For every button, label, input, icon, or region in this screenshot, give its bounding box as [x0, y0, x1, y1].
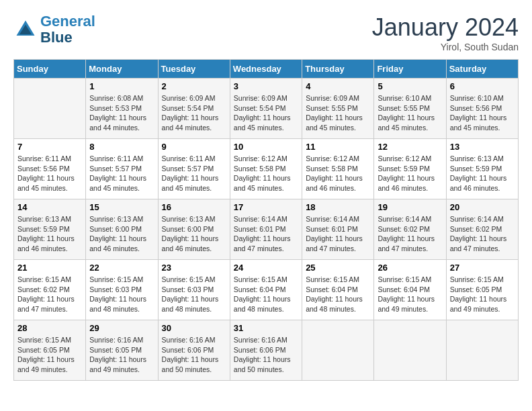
- day-info: Sunrise: 6:11 AMSunset: 5:57 PMDaylight:…: [89, 154, 154, 193]
- calendar-cell: 30Sunrise: 6:16 AMSunset: 6:06 PMDayligh…: [158, 320, 230, 381]
- day-info: Sunrise: 6:15 AMSunset: 6:05 PMDaylight:…: [450, 275, 515, 314]
- day-number: 2: [162, 81, 226, 91]
- day-info: Sunrise: 6:15 AMSunset: 6:04 PMDaylight:…: [306, 275, 370, 314]
- day-info: Sunrise: 6:10 AMSunset: 5:55 PMDaylight:…: [378, 93, 442, 133]
- calendar-cell: [302, 320, 374, 381]
- location-subtitle: Yirol, South Sudan: [372, 42, 519, 52]
- day-number: 24: [234, 263, 298, 273]
- calendar-cell: 4Sunrise: 6:09 AMSunset: 5:55 PMDaylight…: [302, 79, 374, 139]
- calendar-cell: 21Sunrise: 6:15 AMSunset: 6:02 PMDayligh…: [14, 260, 86, 320]
- calendar-cell: 17Sunrise: 6:14 AMSunset: 6:01 PMDayligh…: [230, 199, 302, 260]
- month-title: January 2024: [372, 13, 519, 42]
- day-number: 6: [450, 81, 515, 91]
- day-number: 18: [306, 202, 370, 212]
- calendar-cell: 29Sunrise: 6:16 AMSunset: 6:05 PMDayligh…: [86, 320, 158, 381]
- calendar-cell: 23Sunrise: 6:15 AMSunset: 6:03 PMDayligh…: [158, 260, 230, 320]
- day-info: Sunrise: 6:16 AMSunset: 6:06 PMDaylight:…: [162, 335, 226, 375]
- day-info: Sunrise: 6:16 AMSunset: 6:05 PMDaylight:…: [89, 335, 154, 375]
- day-info: Sunrise: 6:13 AMSunset: 6:00 PMDaylight:…: [162, 214, 226, 254]
- calendar-table: SundayMondayTuesdayWednesdayThursdayFrid…: [13, 59, 519, 381]
- day-info: Sunrise: 6:11 AMSunset: 5:56 PMDaylight:…: [17, 154, 82, 193]
- calendar-cell: 14Sunrise: 6:13 AMSunset: 5:59 PMDayligh…: [14, 199, 86, 260]
- calendar-week-3: 14Sunrise: 6:13 AMSunset: 5:59 PMDayligh…: [14, 199, 519, 260]
- calendar-cell: 15Sunrise: 6:13 AMSunset: 6:00 PMDayligh…: [86, 199, 158, 260]
- day-info: Sunrise: 6:09 AMSunset: 5:54 PMDaylight:…: [234, 93, 298, 133]
- logo-icon: [13, 17, 38, 42]
- day-number: 29: [89, 323, 154, 333]
- day-number: 16: [162, 202, 226, 212]
- calendar-week-2: 7Sunrise: 6:11 AMSunset: 5:56 PMDaylight…: [14, 139, 519, 199]
- day-number: 25: [306, 263, 370, 273]
- day-number: 11: [306, 142, 370, 152]
- day-info: Sunrise: 6:15 AMSunset: 6:05 PMDaylight:…: [17, 335, 82, 375]
- day-info: Sunrise: 6:16 AMSunset: 6:06 PMDaylight:…: [234, 335, 298, 375]
- day-number: 8: [89, 142, 154, 152]
- day-number: 28: [17, 323, 82, 333]
- calendar-week-1: 1Sunrise: 6:08 AMSunset: 5:53 PMDaylight…: [14, 79, 519, 139]
- day-number: 26: [378, 263, 442, 273]
- calendar-cell: 24Sunrise: 6:15 AMSunset: 6:04 PMDayligh…: [230, 260, 302, 320]
- day-info: Sunrise: 6:13 AMSunset: 6:00 PMDaylight:…: [89, 214, 154, 254]
- calendar-cell: 6Sunrise: 6:10 AMSunset: 5:56 PMDaylight…: [446, 79, 518, 139]
- weekday-header-friday: Friday: [374, 60, 446, 79]
- day-info: Sunrise: 6:13 AMSunset: 5:59 PMDaylight:…: [450, 154, 515, 193]
- day-number: 31: [234, 323, 298, 333]
- day-info: Sunrise: 6:08 AMSunset: 5:53 PMDaylight:…: [89, 93, 154, 133]
- calendar-cell: 1Sunrise: 6:08 AMSunset: 5:53 PMDaylight…: [86, 79, 158, 139]
- day-number: 30: [162, 323, 226, 333]
- day-number: 27: [450, 263, 515, 273]
- day-info: Sunrise: 6:14 AMSunset: 6:02 PMDaylight:…: [378, 214, 442, 254]
- calendar-cell: 13Sunrise: 6:13 AMSunset: 5:59 PMDayligh…: [446, 139, 518, 199]
- day-number: 14: [17, 202, 82, 212]
- day-number: 23: [162, 263, 226, 273]
- day-number: 19: [378, 202, 442, 212]
- day-info: Sunrise: 6:15 AMSunset: 6:03 PMDaylight:…: [89, 275, 154, 314]
- calendar-cell: 18Sunrise: 6:14 AMSunset: 6:01 PMDayligh…: [302, 199, 374, 260]
- calendar-cell: 5Sunrise: 6:10 AMSunset: 5:55 PMDaylight…: [374, 79, 446, 139]
- day-info: Sunrise: 6:14 AMSunset: 6:01 PMDaylight:…: [306, 214, 370, 254]
- day-info: Sunrise: 6:13 AMSunset: 5:59 PMDaylight:…: [17, 214, 82, 254]
- calendar-cell: 7Sunrise: 6:11 AMSunset: 5:56 PMDaylight…: [14, 139, 86, 199]
- calendar-cell: 26Sunrise: 6:15 AMSunset: 6:04 PMDayligh…: [374, 260, 446, 320]
- day-number: 17: [234, 202, 298, 212]
- day-number: 22: [89, 263, 154, 273]
- page-header: General Blue January 2024 Yirol, South S…: [13, 13, 519, 52]
- calendar-cell: [14, 79, 86, 139]
- calendar-cell: 22Sunrise: 6:15 AMSunset: 6:03 PMDayligh…: [86, 260, 158, 320]
- logo-text: General Blue: [40, 13, 95, 46]
- calendar-cell: [446, 320, 518, 381]
- calendar-cell: 16Sunrise: 6:13 AMSunset: 6:00 PMDayligh…: [158, 199, 230, 260]
- calendar-cell: [374, 320, 446, 381]
- weekday-header-sunday: Sunday: [14, 60, 86, 79]
- weekday-header-wednesday: Wednesday: [230, 60, 302, 79]
- calendar-cell: 11Sunrise: 6:12 AMSunset: 5:58 PMDayligh…: [302, 139, 374, 199]
- day-number: 20: [450, 202, 515, 212]
- weekday-header-saturday: Saturday: [446, 60, 518, 79]
- day-number: 21: [17, 263, 82, 273]
- calendar-cell: 19Sunrise: 6:14 AMSunset: 6:02 PMDayligh…: [374, 199, 446, 260]
- day-number: 13: [450, 142, 515, 152]
- calendar-cell: 31Sunrise: 6:16 AMSunset: 6:06 PMDayligh…: [230, 320, 302, 381]
- day-number: 7: [17, 142, 82, 152]
- day-info: Sunrise: 6:15 AMSunset: 6:04 PMDaylight:…: [234, 275, 298, 314]
- logo: General Blue: [13, 13, 95, 46]
- calendar-cell: 28Sunrise: 6:15 AMSunset: 6:05 PMDayligh…: [14, 320, 86, 381]
- day-info: Sunrise: 6:14 AMSunset: 6:01 PMDaylight:…: [234, 214, 298, 254]
- calendar-cell: 3Sunrise: 6:09 AMSunset: 5:54 PMDaylight…: [230, 79, 302, 139]
- day-info: Sunrise: 6:09 AMSunset: 5:55 PMDaylight:…: [306, 93, 370, 133]
- calendar-cell: 8Sunrise: 6:11 AMSunset: 5:57 PMDaylight…: [86, 139, 158, 199]
- calendar-cell: 25Sunrise: 6:15 AMSunset: 6:04 PMDayligh…: [302, 260, 374, 320]
- weekday-header-thursday: Thursday: [302, 60, 374, 79]
- weekday-header-row: SundayMondayTuesdayWednesdayThursdayFrid…: [14, 60, 519, 79]
- calendar-cell: 20Sunrise: 6:14 AMSunset: 6:02 PMDayligh…: [446, 199, 518, 260]
- day-number: 15: [89, 202, 154, 212]
- day-number: 5: [378, 81, 442, 91]
- day-info: Sunrise: 6:10 AMSunset: 5:56 PMDaylight:…: [450, 93, 515, 133]
- day-info: Sunrise: 6:12 AMSunset: 5:58 PMDaylight:…: [306, 154, 370, 193]
- calendar-week-5: 28Sunrise: 6:15 AMSunset: 6:05 PMDayligh…: [14, 320, 519, 381]
- calendar-cell: 12Sunrise: 6:12 AMSunset: 5:59 PMDayligh…: [374, 139, 446, 199]
- calendar-cell: 2Sunrise: 6:09 AMSunset: 5:54 PMDaylight…: [158, 79, 230, 139]
- day-info: Sunrise: 6:09 AMSunset: 5:54 PMDaylight:…: [162, 93, 226, 133]
- calendar-cell: 9Sunrise: 6:11 AMSunset: 5:57 PMDaylight…: [158, 139, 230, 199]
- weekday-header-tuesday: Tuesday: [158, 60, 230, 79]
